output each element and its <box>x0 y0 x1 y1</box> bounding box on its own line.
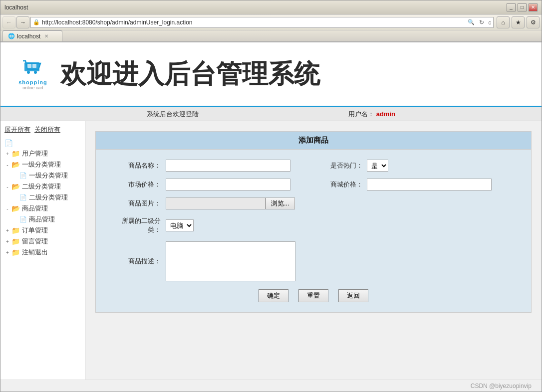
form-card-header: 添加商品 <box>96 132 531 150</box>
doc-icon: 📄 <box>19 216 27 223</box>
sidebar-controls: 展开所有 关闭所有 <box>2 125 83 134</box>
tab-close-button[interactable]: ✕ <box>44 33 48 39</box>
security-icon: 🔒 <box>33 19 40 25</box>
reset-button[interactable]: 重置 <box>298 289 328 302</box>
maximize-button[interactable]: □ <box>518 3 527 11</box>
folder-icon: 📁 <box>11 226 20 234</box>
product-name-label: 商品名称： <box>111 161 166 170</box>
category-label: 所属的二级分类： <box>111 216 166 234</box>
sidebar-item-cat2-sub[interactable]: 📄 二级分类管理 <box>2 192 83 203</box>
market-price-label: 市场价格： <box>111 180 166 189</box>
favorites-icon[interactable]: ★ <box>512 16 525 28</box>
sidebar-item-order-mgmt[interactable]: + 📁 订单管理 <box>2 225 83 236</box>
sidebar-item-cat2-mgmt[interactable]: - 📂 二级分类管理 <box>2 181 83 192</box>
back-button[interactable]: ← <box>2 16 15 28</box>
toggle-icon: + <box>4 151 10 157</box>
folder-icon: 📁 <box>11 150 20 158</box>
svg-rect-4 <box>32 64 36 68</box>
shop-price-group: 商城价格： <box>330 179 492 191</box>
toggle-icon: - <box>4 206 10 211</box>
form-card: 添加商品 商品名称： 是否热门： 是 否 <box>95 131 532 313</box>
description-label: 商品描述： <box>111 257 166 266</box>
sidebar-item-logout[interactable]: + 📁 注销退出 <box>2 247 83 258</box>
toggle-icon: + <box>4 239 10 244</box>
form-row-product-image: 商品图片： 浏览... <box>111 197 516 209</box>
svg-rect-3 <box>27 64 31 68</box>
sidebar-item-comment-mgmt[interactable]: + 📁 留言管理 <box>2 236 83 247</box>
collapse-all-button[interactable]: 关闭所有 <box>34 125 60 134</box>
sidebar: 展开所有 关闭所有 📄 + 📁 用户管理 - 📂 一级分类管理 <box>0 121 85 380</box>
toggle-icon: + <box>4 228 10 233</box>
logo-area: shopping online cart <box>10 58 55 90</box>
shop-price-label: 商城价格： <box>330 180 363 189</box>
page-content: shopping online cart 欢迎进入后台管理系统 系统后台欢迎登陆… <box>0 42 542 392</box>
product-image-label: 商品图片： <box>111 199 166 208</box>
sidebar-item-user-mgmt[interactable]: + 📁 用户管理 <box>2 148 83 159</box>
market-price-input[interactable] <box>166 179 290 191</box>
folder-icon: 📁 <box>11 248 20 256</box>
status-bar: 系统后台欢迎登陆 用户名： admin <box>0 107 542 121</box>
form-row-description: 商品描述： <box>111 241 516 281</box>
sidebar-label: 商品管理 <box>22 204 48 213</box>
title-bar: localhost _ □ ✕ <box>0 0 542 14</box>
sidebar-label: 一级分类管理 <box>29 171 68 180</box>
sidebar-label: 订单管理 <box>22 226 48 235</box>
page-icon: 📄 <box>4 139 13 147</box>
page-footer: CSDN @biyezuopinvip <box>0 380 542 392</box>
category-select[interactable]: 电脑 手机 平板 相机 <box>166 219 194 231</box>
form-body: 商品名称： 是否热门： 是 否 <box>96 150 531 312</box>
search-dropdown-icon[interactable]: 🔍 <box>468 19 475 25</box>
welcome-text: 系统后台欢迎登陆 <box>147 110 199 119</box>
tab-label: localhost <box>17 33 40 40</box>
sidebar-item-goods-mgmt[interactable]: - 📂 商品管理 <box>2 203 83 214</box>
sidebar-item-cat1-sub[interactable]: 📄 一级分类管理 <box>2 170 83 181</box>
toggle-icon: - <box>4 162 10 168</box>
main-layout: 展开所有 关闭所有 📄 + 📁 用户管理 - 📂 一级分类管理 <box>0 121 542 380</box>
close-button[interactable]: ✕ <box>529 3 538 11</box>
home-icon[interactable]: ⌂ <box>497 16 510 28</box>
cart-icon <box>20 58 45 78</box>
toggle-icon: - <box>4 184 10 190</box>
window-controls: _ □ ✕ <box>507 3 538 11</box>
folder-icon: 📂 <box>11 161 20 169</box>
file-path-display <box>166 197 266 209</box>
sidebar-label: 二级分类管理 <box>29 193 68 202</box>
browser-tab[interactable]: 🌐 localhost ✕ <box>2 30 62 41</box>
svg-point-2 <box>34 71 37 74</box>
folder-icon: 📂 <box>11 183 20 191</box>
header-title: 欢迎进入后台管理系统 <box>60 57 320 92</box>
tab-icon: 🌐 <box>8 33 15 39</box>
logo-text: shopping <box>18 79 47 85</box>
minimize-button[interactable]: _ <box>507 3 516 11</box>
username-label: 用户名： <box>348 110 374 118</box>
confirm-button[interactable]: 确定 <box>259 289 288 302</box>
back-button[interactable]: 返回 <box>338 289 368 302</box>
description-textarea[interactable] <box>166 241 295 281</box>
browser-toolbar-icons: ⌂ ★ ⚙ <box>497 16 540 28</box>
url-text: http://localhost:8080/shop/admin/adminUs… <box>42 19 466 26</box>
toggle-icon: + <box>4 250 10 255</box>
site-header: shopping online cart 欢迎进入后台管理系统 <box>0 42 542 107</box>
form-row-product-name: 商品名称： 是否热门： 是 否 <box>111 160 516 172</box>
expand-all-button[interactable]: 展开所有 <box>4 125 30 134</box>
forward-button[interactable]: → <box>16 16 29 28</box>
sidebar-item-page-icon[interactable]: 📄 <box>2 138 83 148</box>
content-area: 添加商品 商品名称： 是否热门： 是 否 <box>85 121 542 380</box>
sidebar-item-goods-sub[interactable]: 📄 商品管理 <box>2 214 83 225</box>
watermark-text: CSDN @biyezuopinvip <box>471 383 532 390</box>
sidebar-label: 留言管理 <box>22 237 48 246</box>
username-area: 用户名： admin <box>348 110 395 119</box>
address-bar: 🔒 http://localhost:8080/shop/admin/admin… <box>30 17 494 28</box>
folder-icon: 📂 <box>11 204 20 212</box>
refresh-button[interactable]: ↻ <box>477 17 487 27</box>
go-button[interactable]: c <box>489 19 492 25</box>
product-name-input[interactable] <box>166 160 290 172</box>
file-input-group: 浏览... <box>166 197 295 209</box>
sidebar-label: 一级分类管理 <box>22 160 61 169</box>
is-hot-select[interactable]: 是 否 <box>367 160 388 172</box>
shop-price-input[interactable] <box>367 179 492 191</box>
sidebar-item-cat1-mgmt[interactable]: - 📂 一级分类管理 <box>2 159 83 170</box>
browse-button[interactable]: 浏览... <box>266 197 295 209</box>
is-hot-label: 是否热门： <box>330 161 363 170</box>
tools-icon[interactable]: ⚙ <box>527 16 540 28</box>
